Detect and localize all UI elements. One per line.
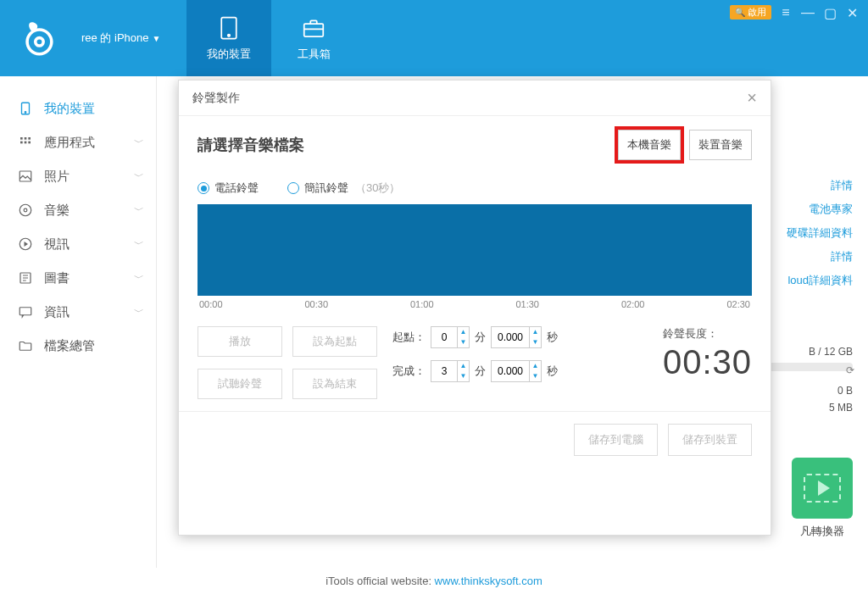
local-music-button[interactable]: 本機音樂 — [618, 130, 681, 160]
chevron-down-icon: ﹀ — [134, 169, 144, 184]
enable-button[interactable]: 🔍 啟用 — [730, 5, 771, 19]
svg-rect-9 — [25, 137, 27, 140]
device-music-button[interactable]: 裝置音樂 — [689, 130, 752, 160]
svg-rect-14 — [19, 171, 31, 181]
message-icon — [17, 303, 34, 320]
up-icon[interactable]: ▲ — [458, 361, 469, 371]
sidebar-item-device[interactable]: 我的裝置 — [0, 92, 156, 125]
sidebar-item-music[interactable]: 音樂 ﹀ — [0, 193, 156, 227]
end-min-input[interactable] — [431, 365, 457, 377]
toolbox-icon — [300, 14, 327, 42]
play-circle-icon — [17, 236, 34, 253]
svg-point-4 — [228, 35, 231, 37]
end-sec-input[interactable] — [492, 365, 529, 377]
menu-icon[interactable]: ≡ — [778, 5, 793, 20]
radio-sms-ringtone[interactable]: 簡訊鈴聲 （30秒） — [287, 181, 400, 196]
start-min-input[interactable] — [431, 331, 457, 343]
start-label: 起點： — [392, 330, 426, 345]
svg-rect-11 — [20, 142, 23, 144]
up-icon[interactable]: ▲ — [530, 327, 541, 337]
link-disk-detail[interactable]: 硬碟詳細資料 — [760, 225, 853, 241]
unit-sec: 秒 — [547, 330, 558, 345]
grid-icon — [17, 134, 34, 151]
down-icon[interactable]: ▼ — [530, 337, 541, 347]
chevron-down-icon: ﹀ — [134, 203, 144, 218]
tab-label: 工具箱 — [298, 47, 331, 62]
preview-button[interactable]: 試聽鈴聲 — [198, 369, 282, 399]
folder-icon — [17, 337, 34, 354]
time-ticks: 00:00 00:30 01:00 01:30 02:00 02:30 — [198, 299, 752, 309]
select-music-title: 請選擇音樂檔案 — [198, 135, 304, 155]
svg-rect-5 — [304, 24, 324, 36]
sidebar-item-label: 我的裝置 — [44, 101, 95, 117]
ringtone-modal: 鈴聲製作 × 請選擇音樂檔案 本機音樂 裝置音樂 電話鈴聲 簡訊鈴聲 （30秒）… — [178, 80, 771, 536]
set-end-button[interactable]: 設為結束 — [292, 369, 377, 399]
svg-point-2 — [37, 39, 42, 44]
link-cloud-detail[interactable]: loud詳細資料 — [760, 273, 853, 288]
search-icon: 🔍 — [735, 8, 745, 17]
radio-label: 簡訊鈴聲 — [304, 181, 348, 196]
tablet-icon — [215, 14, 242, 42]
device-icon — [17, 100, 34, 117]
waveform-area[interactable] — [198, 204, 752, 296]
app-logo — [0, 0, 76, 76]
save-to-pc-button[interactable]: 儲存到電腦 — [574, 424, 658, 456]
svg-rect-12 — [25, 142, 27, 144]
start-sec-input[interactable] — [492, 331, 529, 343]
chevron-down-icon: ▼ — [153, 34, 161, 43]
up-icon[interactable]: ▲ — [458, 327, 469, 337]
converter-tile[interactable] — [792, 458, 853, 519]
close-button[interactable]: ✕ — [844, 5, 860, 21]
set-start-button[interactable]: 設為起點 — [292, 326, 377, 357]
radio-label: 電話鈴聲 — [214, 181, 259, 196]
down-icon[interactable]: ▼ — [458, 337, 469, 347]
tick: 01:30 — [515, 299, 539, 309]
sidebar-item-photo[interactable]: 照片 ﹀ — [0, 159, 156, 193]
chevron-down-icon: ﹀ — [134, 271, 144, 286]
play-button[interactable]: 播放 — [198, 326, 282, 357]
sidebar-item-explorer[interactable]: 檔案總管 — [0, 329, 156, 363]
sidebar-item-video[interactable]: 視訊 ﹀ — [0, 227, 156, 261]
disc-icon — [17, 202, 34, 219]
start-sec-spinner[interactable]: ▲▼ — [491, 326, 542, 348]
sidebar-item-message[interactable]: 資訊 ﹀ — [0, 295, 156, 329]
close-icon[interactable]: × — [747, 88, 757, 108]
maximize-button[interactable]: ▢ — [822, 5, 837, 21]
radio-phone-ringtone[interactable]: 電話鈴聲 — [198, 181, 259, 196]
sidebar-item-apps[interactable]: 應用程式 ﹀ — [0, 125, 156, 159]
tick: 02:00 — [621, 299, 645, 309]
sidebar: 我的裝置 應用程式 ﹀ 照片 ﹀ 音樂 ﹀ 視訊 ﹀ 圖書 ﹀ — [0, 76, 157, 568]
end-label: 完成： — [392, 364, 426, 379]
tick: 01:00 — [410, 299, 434, 309]
svg-point-16 — [24, 208, 27, 212]
link-detail-2[interactable]: 詳情 — [760, 249, 853, 264]
down-icon[interactable]: ▼ — [458, 371, 469, 381]
length-label: 鈴聲長度： — [663, 326, 752, 342]
chevron-down-icon: ﹀ — [134, 136, 144, 150]
down-icon[interactable]: ▼ — [530, 371, 541, 381]
tab-label: 我的裝置 — [207, 47, 251, 62]
film-play-icon — [804, 474, 841, 503]
sidebar-item-book[interactable]: 圖書 ﹀ — [0, 261, 156, 295]
chevron-down-icon: ﹀ — [134, 305, 144, 319]
device-dropdown[interactable]: ree 的 iPhone ▼ — [76, 0, 186, 76]
link-detail-1[interactable]: 詳情 — [760, 178, 853, 193]
end-sec-spinner[interactable]: ▲▼ — [491, 360, 542, 382]
footer-text: iTools official website: — [326, 575, 434, 587]
svg-rect-13 — [28, 142, 31, 144]
top-tabs: 我的裝置 工具箱 — [186, 0, 356, 76]
tab-my-device[interactable]: 我的裝置 — [186, 0, 271, 76]
titlebar: ree 的 iPhone ▼ 我的裝置 工具箱 🔍 啟用 ≡ — ▢ ✕ — [0, 0, 868, 76]
up-icon[interactable]: ▲ — [530, 361, 541, 371]
footer-link[interactable]: www.thinkskysoft.com — [435, 575, 542, 587]
minimize-button[interactable]: — — [800, 5, 815, 20]
refresh-icon[interactable]: ⟳ — [846, 364, 854, 376]
end-min-spinner[interactable]: ▲▼ — [431, 360, 470, 382]
tab-toolbox[interactable]: 工具箱 — [271, 0, 356, 76]
save-to-device-button[interactable]: 儲存到裝置 — [668, 424, 752, 456]
tick: 02:30 — [726, 299, 750, 309]
svg-point-7 — [25, 112, 26, 114]
start-min-spinner[interactable]: ▲▼ — [431, 326, 470, 348]
link-battery[interactable]: 電池專家 — [760, 202, 853, 217]
svg-rect-10 — [28, 137, 31, 140]
